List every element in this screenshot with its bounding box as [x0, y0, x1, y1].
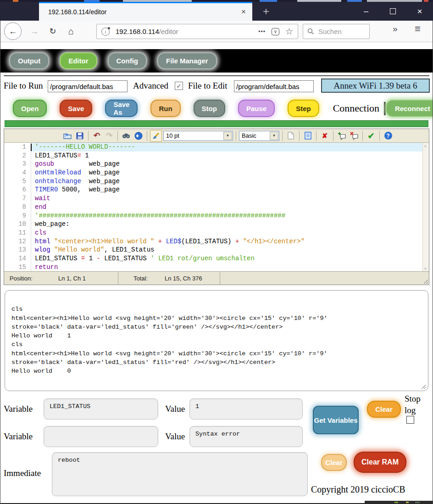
nav-button-config[interactable]: Config [108, 52, 147, 69]
variable2-name-field[interactable] [44, 426, 158, 447]
code-line-5[interactable]: 5onhtmlchange web_page [4, 177, 422, 186]
search-bar[interactable]: Suchen [303, 24, 370, 39]
code-line-13[interactable]: 13wlog "Hello world", LED1_Status [4, 246, 422, 254]
file-to-run-label: File to Run [4, 81, 43, 91]
open-button[interactable]: Open [13, 100, 47, 117]
font-size-select[interactable]: 10 pt ▼ [163, 131, 233, 141]
line-number: 5 [4, 177, 31, 186]
page-actions-icon[interactable]: ••• [258, 28, 266, 35]
clear-variables-button[interactable]: Clear [367, 401, 401, 418]
window-minimize-button[interactable]: – [355, 2, 377, 21]
line-number: 12 [4, 237, 31, 246]
site-info-icon[interactable]: i [101, 28, 110, 36]
stop-button[interactable]: Stop [194, 100, 225, 117]
green-separator-bar [5, 120, 428, 127]
clear-highlight-icon[interactable]: ✘ [319, 130, 330, 141]
variable1-value-field[interactable]: 1 [189, 398, 303, 420]
browser-tab[interactable]: 192.168.0.114/editor × [39, 2, 252, 21]
step-button[interactable]: Step [288, 100, 319, 117]
resize-grip[interactable] [423, 279, 428, 284]
format-brush-icon[interactable] [150, 130, 162, 142]
code-line-2[interactable]: 2LED1_STATUS= 1 [4, 151, 422, 160]
code-line-1[interactable]: 1'-------HELLO WORLD------- [4, 143, 422, 151]
menu-icon[interactable]: ≡ [415, 23, 421, 35]
code-line-7[interactable]: 7wait [4, 194, 422, 203]
file-to-edit-input[interactable]: /program/default.bas [234, 80, 314, 92]
find-icon[interactable] [121, 130, 132, 141]
code-line-12[interactable]: 12html "<center><h1>Hello world " + LED$… [4, 237, 422, 246]
output-log[interactable]: cls html<center><h1>Hello world <svg hei… [5, 290, 428, 391]
redo-icon[interactable]: ↷ [104, 130, 115, 141]
back-button[interactable]: ← [4, 21, 22, 42]
nav-button-editor[interactable]: Editor [60, 52, 97, 69]
search-placeholder: Suchen [318, 28, 342, 35]
new-file-icon[interactable] [285, 130, 296, 141]
help-icon[interactable]: ? [383, 130, 394, 141]
find-next-icon[interactable] [133, 130, 144, 141]
code-line-15[interactable]: 15return [4, 263, 422, 272]
pause-button[interactable]: Pause [238, 100, 275, 117]
code-line-8[interactable]: 8end [4, 203, 422, 212]
line-number: 6 [4, 185, 31, 194]
clear-ram-button[interactable]: Clear RAM [354, 452, 406, 473]
save-button[interactable]: Save [60, 100, 92, 117]
variable2-value-field[interactable]: Syntax error [189, 426, 303, 447]
line-number: 10 [4, 220, 31, 229]
home-button[interactable]: ⌂ [63, 21, 79, 42]
code-line-3[interactable]: 3gosub web_page [4, 160, 422, 168]
editor-scrollbar[interactable]: ∧ ∨ [422, 143, 429, 272]
stop-log-label: Stop log [405, 393, 432, 416]
code-line-6[interactable]: 6TIMER0 5000, web_page [4, 185, 422, 194]
tab-close-icon[interactable]: × [241, 7, 246, 17]
get-variables-button[interactable]: Get Variables [313, 406, 359, 434]
code-line-4[interactable]: 4onHtmlReload web_page [4, 168, 422, 177]
code-line-11[interactable]: 11cls [4, 229, 422, 237]
code-line-9[interactable]: 9'######################################… [4, 212, 422, 220]
line-number: 1 [4, 143, 31, 151]
titlebar: 192.168.0.114/editor × + – × [0, 2, 433, 21]
immediate-input[interactable]: reboot [52, 452, 308, 496]
nav-button-output[interactable]: Output [9, 52, 49, 69]
window-maximize-button[interactable] [382, 2, 403, 21]
scroll-up-icon[interactable]: ∧ [424, 144, 427, 148]
variable1-name-field[interactable]: LED1_STATUS [44, 398, 158, 420]
advanced-checkbox[interactable]: ✓ [175, 82, 183, 90]
undo-icon[interactable]: ↶ [91, 130, 102, 141]
file-to-edit-label: File to Edit [188, 81, 228, 91]
editor-toolbar: ↶ ↷ 10 pt ▼ Basic ▼ ✘ ✔ [4, 129, 429, 143]
toolbar-overflow-icon[interactable]: » [393, 24, 397, 34]
reload-button[interactable]: ↻ [45, 21, 61, 42]
syntax-check-icon[interactable]: ✔ [366, 130, 377, 141]
line-number: 14 [4, 254, 31, 263]
nav-button-file-manager[interactable]: File Manager [157, 52, 217, 69]
code-area[interactable]: 1'-------HELLO WORLD-------2LED1_STATUS=… [4, 143, 422, 272]
line-number: 9 [4, 212, 31, 220]
reconnect-button[interactable]: Reconnect [386, 100, 433, 117]
run-button[interactable]: Run [150, 100, 180, 117]
save-as-button[interactable]: Save As [105, 100, 138, 117]
open-file-icon[interactable] [62, 130, 73, 141]
url-host: 192.168.0.114 [116, 28, 159, 35]
window-close-button[interactable]: × [409, 2, 430, 21]
code-line-14[interactable]: 14LED1_STATUS = 1 - LED1_STATUS ' LED1 r… [4, 254, 422, 263]
language-select[interactable]: Basic ▼ [239, 131, 279, 141]
search-icon [307, 28, 314, 35]
file-list-icon[interactable] [302, 130, 313, 141]
code-editor: ↶ ↷ 10 pt ▼ Basic ▼ ✘ ✔ [4, 129, 429, 285]
dropdown-arrow-icon: ▼ [270, 132, 278, 140]
line-number: 3 [4, 160, 31, 168]
pocket-icon[interactable]: ∨ [272, 28, 279, 35]
add-bookmark-icon[interactable] [336, 130, 347, 141]
save-file-icon[interactable] [74, 130, 85, 141]
forward-button[interactable]: → [27, 21, 42, 42]
stop-log-checkbox[interactable] [406, 416, 414, 424]
bookmark-star-icon[interactable]: ☆ [285, 26, 293, 37]
new-tab-button[interactable]: + [257, 2, 275, 21]
clear-immediate-button[interactable]: Clear [321, 454, 347, 471]
url-bar[interactable]: i 192.168.0.114/editor ••• ∨ ☆ [96, 24, 298, 39]
scroll-down-icon[interactable]: ∨ [424, 266, 427, 271]
file-to-run-input[interactable]: /program/default.bas [48, 80, 128, 92]
remove-bookmark-icon[interactable] [349, 130, 360, 141]
code-line-10[interactable]: 10web_page: [4, 220, 422, 229]
variable2-label: Variable [4, 431, 33, 442]
